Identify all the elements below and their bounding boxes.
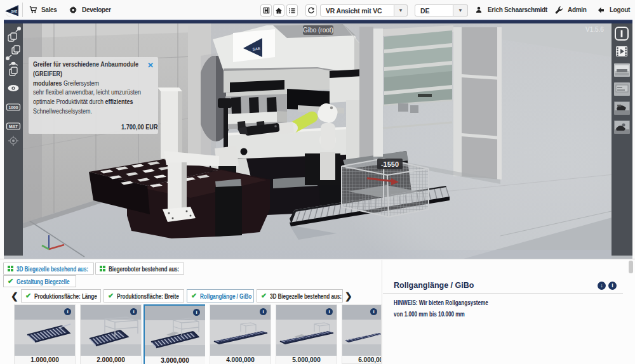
- svg-text:1000: 1000: [8, 105, 18, 110]
- svg-text:-1550: -1550: [381, 160, 399, 168]
- svg-text:SAE: SAE: [11, 10, 17, 13]
- svg-text:MAT: MAT: [9, 124, 18, 129]
